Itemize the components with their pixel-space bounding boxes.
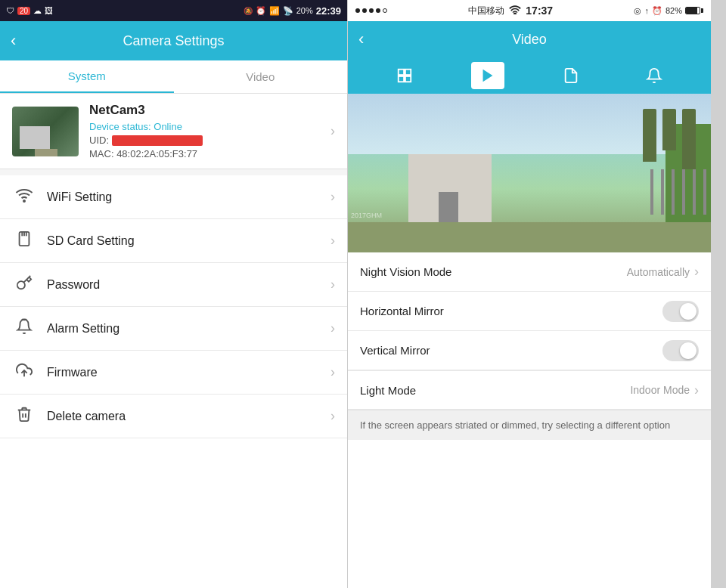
menu-item-wifi[interactable]: WiFi Setting › <box>0 175 347 219</box>
time-left: 22:39 <box>316 5 341 17</box>
wifi-setting-label: WiFi Setting <box>36 190 330 204</box>
wifi-icon <box>12 186 36 208</box>
trash-icon <box>12 406 36 426</box>
alarm-chevron: › <box>330 320 335 336</box>
info-box: If the screen appears striated or dimmed… <box>348 410 711 440</box>
right-time: 17:37 <box>526 5 553 17</box>
camera-info-text: NetCam3 Device status: Online UID: MAC: … <box>79 103 324 159</box>
settings-list: Night Vision Mode Automatically › Horizo… <box>348 252 711 588</box>
camera-mac: MAC: 48:02:2A:05:F3:77 <box>89 148 324 159</box>
tab-icon-play[interactable] <box>471 62 504 89</box>
sdcard-label: SD Card Setting <box>36 234 330 248</box>
location-icon: ◎ <box>634 6 641 16</box>
shield-icon: 🛡 <box>6 6 14 15</box>
camera-info-row[interactable]: NetCam3 Device status: Online UID: MAC: … <box>0 94 347 169</box>
menu-item-sdcard[interactable]: SD Card Setting › <box>0 219 347 263</box>
night-vision-label: Night Vision Mode <box>360 265 627 278</box>
left-status-right: 🔕 ⏰ 📶 📡 20% 22:39 <box>244 5 341 17</box>
left-page-title: Camera Settings <box>123 33 224 49</box>
upload-icon <box>12 362 36 382</box>
camera-preview: 2017GHM <box>348 94 711 252</box>
tab-icon-grid[interactable] <box>388 62 421 89</box>
wifi-icon-right <box>509 5 521 17</box>
light-mode-chevron: › <box>694 382 699 398</box>
firmware-label: Firmware <box>36 366 330 379</box>
uid-redacted-value <box>112 135 203 146</box>
battery-icon-right <box>685 7 703 14</box>
alarm-icon-right: ⏰ <box>652 6 662 16</box>
right-status-center: 中国移动 17:37 <box>468 5 553 17</box>
vertical-mirror-toggle[interactable] <box>662 340 699 361</box>
svg-rect-11 <box>405 76 411 82</box>
horizontal-mirror-toggle[interactable] <box>662 301 699 322</box>
menu-item-alarm[interactable]: Alarm Setting › <box>0 307 347 351</box>
image-icon: 🖼 <box>45 6 53 15</box>
camera-row-chevron: › <box>324 123 335 139</box>
left-phone: 🛡 20 ☁ 🖼 🔕 ⏰ 📶 📡 20% 22:39 ‹ Camera Sett… <box>0 0 348 588</box>
tab-icon-bell[interactable] <box>638 62 671 89</box>
right-header: ‹ Video <box>348 21 711 57</box>
svg-point-7 <box>514 13 516 14</box>
delete-camera-label: Delete camera <box>36 410 330 423</box>
svg-rect-8 <box>399 70 404 75</box>
tab-system[interactable]: System <box>0 60 174 93</box>
right-status-bar: 中国移动 17:37 ◎ ↑ ⏰ 82% <box>348 0 711 21</box>
svg-point-0 <box>23 200 25 202</box>
vertical-mirror-label: Vertical Mirror <box>360 344 662 357</box>
sdcard-chevron: › <box>330 233 335 249</box>
svg-rect-9 <box>405 70 411 75</box>
left-status-bar: 🛡 20 ☁ 🖼 🔕 ⏰ 📶 📡 20% 22:39 <box>0 0 347 21</box>
signal-dots <box>355 8 387 13</box>
password-chevron: › <box>330 277 335 292</box>
cellular-icon: 📡 <box>283 6 293 16</box>
right-back-button[interactable]: ‹ <box>358 29 364 49</box>
notification-badge: 20 <box>17 7 30 15</box>
wifi-chevron: › <box>330 189 335 205</box>
night-vision-chevron: › <box>694 264 699 280</box>
settings-item-vertical-mirror[interactable]: Vertical Mirror <box>348 331 711 370</box>
menu-item-password[interactable]: Password › <box>0 263 347 307</box>
horizontal-mirror-toggle-knob <box>680 303 697 320</box>
battery-percent-left: 20% <box>296 6 313 15</box>
menu-item-delete[interactable]: Delete camera › <box>0 395 347 438</box>
light-mode-label: Light Mode <box>360 384 630 397</box>
settings-item-light-mode[interactable]: Light Mode Indoor Mode › <box>348 370 711 410</box>
battery-percent-right: 82% <box>666 6 682 15</box>
carrier-name: 中国移动 <box>468 5 504 17</box>
alarm-icon <box>12 318 36 339</box>
password-label: Password <box>36 278 330 292</box>
alarm-status-icon: ⏰ <box>256 6 266 16</box>
right-page-title: Video <box>512 32 547 48</box>
key-icon <box>12 274 36 295</box>
right-status-right: ◎ ↑ ⏰ 82% <box>634 6 703 16</box>
night-vision-value: Automatically <box>627 266 690 278</box>
delete-chevron: › <box>330 408 335 424</box>
menu-item-firmware[interactable]: Firmware › <box>0 351 347 395</box>
horizontal-mirror-label: Horizontal Mirror <box>360 305 662 317</box>
preview-building <box>408 154 492 222</box>
tab-video[interactable]: Video <box>174 60 348 93</box>
settings-item-horizontal-mirror[interactable]: Horizontal Mirror <box>348 292 711 331</box>
left-status-icons: 🛡 20 ☁ 🖼 <box>6 6 53 16</box>
camera-uid: UID: <box>89 135 324 146</box>
svg-marker-12 <box>483 70 493 82</box>
vertical-mirror-toggle-knob <box>680 342 697 359</box>
camera-name: NetCam3 <box>89 103 324 118</box>
tab-icon-file[interactable] <box>554 62 588 89</box>
menu-list: WiFi Setting › SD Card Setting › Pa <box>0 175 347 588</box>
preview-trees <box>643 109 696 169</box>
right-phone: 中国移动 17:37 ◎ ↑ ⏰ 82% <box>348 0 711 588</box>
settings-item-night-vision[interactable]: Night Vision Mode Automatically › <box>348 252 711 292</box>
camera-thumbnail <box>12 107 79 156</box>
left-back-button[interactable]: ‹ <box>11 31 16 51</box>
sdcard-icon <box>12 231 36 251</box>
firmware-chevron: › <box>330 364 335 380</box>
info-text: If the screen appears striated or dimmed… <box>360 419 670 431</box>
camera-status: Device status: Online <box>89 121 324 132</box>
tab-icons-bar <box>348 57 711 94</box>
light-mode-value: Indoor Mode <box>630 384 690 396</box>
mute-icon: 🔕 <box>244 7 253 15</box>
svg-point-5 <box>21 318 26 320</box>
arrow-icon: ↑ <box>644 6 649 15</box>
svg-rect-10 <box>399 76 404 82</box>
